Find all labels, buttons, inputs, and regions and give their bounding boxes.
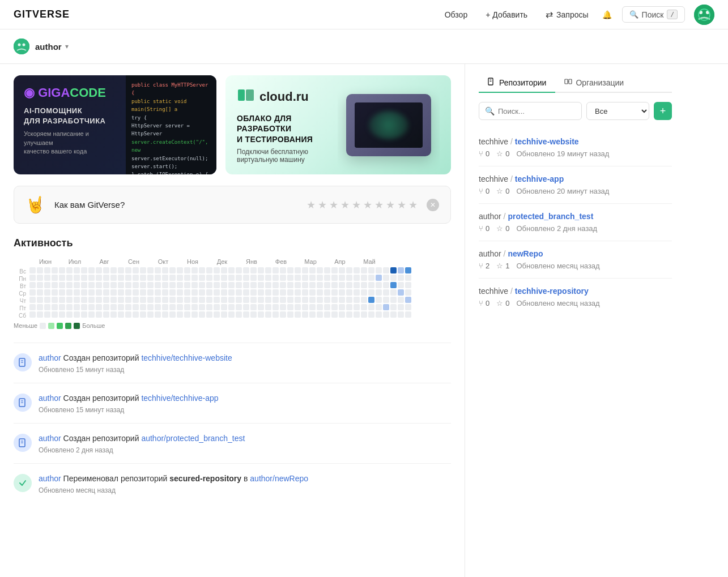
tab-organizations[interactable]: Организации — [555, 73, 633, 93]
day-cell — [103, 297, 109, 303]
star-icon-5: ☆ — [496, 299, 503, 307]
repo-owner-5: techhive — [479, 287, 508, 296]
activity-repo-link-2[interactable]: techhive/techhive-app — [141, 394, 218, 403]
star-2[interactable]: ★ — [318, 199, 327, 211]
legend-2 — [57, 323, 63, 329]
week-50 — [398, 267, 404, 319]
user-avatar[interactable] — [694, 5, 714, 25]
day-cell — [383, 267, 389, 273]
day-cell — [96, 282, 102, 288]
repo-search-input[interactable] — [498, 107, 576, 116]
nav-overview[interactable]: Обзор — [437, 7, 475, 23]
day-cell — [221, 304, 227, 310]
day-cell — [37, 304, 43, 310]
feedback-close-button[interactable]: ✕ — [427, 199, 439, 211]
activity-repo-link-1[interactable]: techhive/techhive-website — [141, 353, 232, 362]
day-cell — [221, 311, 227, 318]
day-cell — [140, 297, 146, 303]
day-cell — [339, 311, 345, 318]
day-cell — [368, 304, 374, 310]
star-4[interactable]: ★ — [340, 199, 350, 211]
left-panel: ◉ GIGACODE AI-ПОМОЩНИКДЛЯ РАЗРАБОТЧИКА У… — [0, 64, 465, 577]
day-cell — [221, 275, 227, 281]
nav-bell[interactable]: 🔔 — [599, 7, 615, 23]
tab-repositories[interactable]: Репозитории — [479, 73, 555, 93]
activity-author-link-4[interactable]: author — [39, 474, 61, 483]
star-10[interactable]: ★ — [408, 199, 418, 211]
activity-content-2: author Создан репозиторий techhive/techh… — [39, 392, 451, 414]
day-cell — [214, 304, 220, 310]
day-cell — [52, 289, 58, 296]
subheader: author ▾ — [0, 29, 728, 64]
week-14 — [133, 267, 139, 319]
nav-add[interactable]: + Добавить — [478, 7, 535, 23]
day-cell — [346, 297, 352, 303]
repo-name-3[interactable]: protected_branch_test — [508, 212, 593, 221]
day-cell — [191, 267, 198, 273]
fork-icon-2: ⑂ — [479, 187, 483, 195]
day-cell — [110, 275, 117, 281]
day-cell — [383, 297, 389, 303]
day-cell — [368, 297, 374, 303]
add-repo-button[interactable]: + — [654, 102, 672, 120]
fork-count-5: 0 — [486, 299, 489, 307]
activity-author-link-2[interactable]: author — [39, 394, 61, 403]
day-cell — [243, 297, 249, 303]
week-10 — [103, 267, 109, 319]
day-cell — [37, 297, 43, 303]
activity-text-1: Создан репозиторий — [63, 353, 142, 362]
week-37 — [302, 267, 308, 319]
day-cell — [317, 275, 323, 281]
day-cell — [339, 297, 345, 303]
day-cell — [331, 304, 338, 310]
day-cell — [405, 267, 411, 273]
fork-count-2: 0 — [486, 187, 489, 195]
day-cell — [66, 289, 73, 296]
day-cell — [405, 289, 411, 296]
nav-requests[interactable]: ⇄ Запросы — [538, 6, 596, 23]
day-wed: Ср — [14, 290, 26, 297]
repo-time-3: Обновлено 2 дня назад — [516, 224, 597, 233]
repo-name-2[interactable]: techhive-app — [515, 174, 564, 183]
gigacode-subtitle: Ускоряем написание и улучшаемкачество ва… — [24, 130, 116, 156]
star-8[interactable]: ★ — [386, 199, 395, 211]
month-jan: Янв — [237, 258, 266, 265]
day-cell — [309, 289, 316, 296]
svg-point-4 — [14, 39, 29, 54]
nav-search[interactable]: 🔍 Поиск / — [622, 6, 685, 23]
banner-cloud[interactable]: cloud.ru ОБЛАКО ДЛЯ РАЗРАБОТКИИ ТЕСТИРОВ… — [225, 75, 451, 174]
repo-search-box[interactable]: 🔍 — [479, 102, 582, 120]
star-3[interactable]: ★ — [329, 199, 338, 211]
day-cell — [236, 311, 242, 318]
repo-icon-1 — [18, 358, 27, 367]
day-cell — [317, 289, 323, 296]
repo-filter-select[interactable]: Все Публичные Приватные Форки — [586, 102, 649, 120]
star-1[interactable]: ★ — [306, 199, 316, 211]
day-cell — [228, 311, 235, 318]
day-cell — [103, 311, 109, 318]
activity-repo-link-4[interactable]: author/newRepo — [250, 474, 308, 483]
day-cell — [74, 289, 80, 296]
repo-name-5[interactable]: techhive-repository — [515, 287, 589, 296]
stars-rating[interactable]: ★ ★ ★ ★ ★ ★ ★ ★ ★ ★ — [306, 199, 418, 211]
week-5 — [66, 267, 73, 319]
chevron-down-icon[interactable]: ▾ — [65, 42, 69, 50]
day-cell — [29, 267, 36, 273]
repo-name-1[interactable]: techhive-website — [515, 137, 579, 146]
month-dec: Дек — [207, 258, 237, 265]
gigacode-title: AI-ПОМОЩНИКДЛЯ РАЗРАБОТЧИКА — [24, 106, 116, 126]
day-cell — [155, 311, 161, 318]
day-cell — [250, 275, 257, 281]
repo-name-4[interactable]: newRepo — [508, 249, 543, 258]
star-7[interactable]: ★ — [374, 199, 384, 211]
week-26 — [221, 267, 227, 319]
activity-author-link-1[interactable]: author — [39, 353, 61, 362]
activity-author-link-3[interactable]: author — [39, 434, 61, 443]
legend-1 — [48, 323, 54, 329]
star-6[interactable]: ★ — [363, 199, 372, 211]
banner-gigacode[interactable]: ◉ GIGACODE AI-ПОМОЩНИКДЛЯ РАЗРАБОТЧИКА У… — [14, 75, 216, 174]
activity-repo-link-3[interactable]: author/protected_branch_test — [141, 434, 245, 443]
day-cell — [29, 289, 36, 296]
star-9[interactable]: ★ — [397, 199, 406, 211]
star-5[interactable]: ★ — [352, 199, 361, 211]
